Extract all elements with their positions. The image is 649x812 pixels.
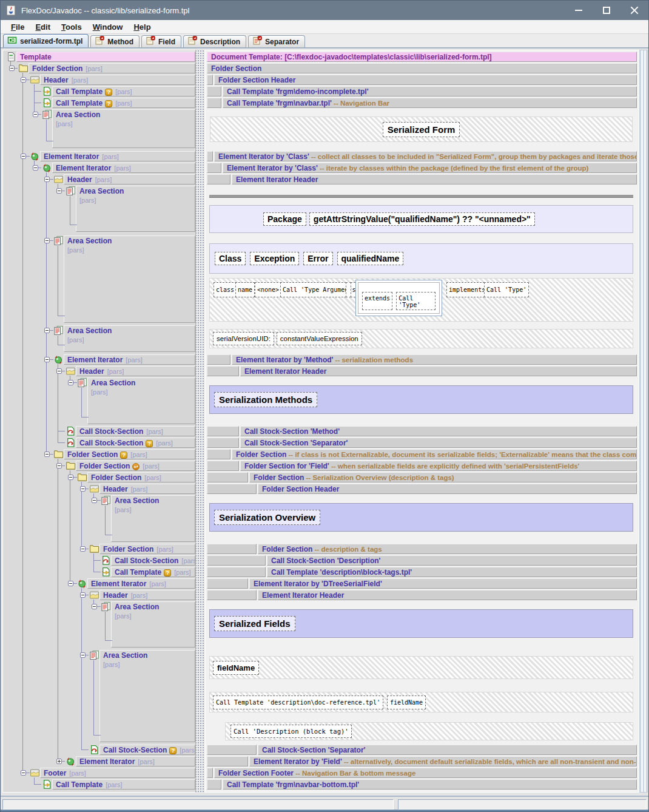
tree-node-folder-section[interactable]: Folder Section[pars] bbox=[87, 472, 195, 482]
extends-token-box-1[interactable]: Call 'Type' bbox=[396, 292, 435, 310]
collapse-toggle[interactable] bbox=[68, 581, 73, 586]
banner-title-box-1[interactable]: Serialization Overview bbox=[214, 510, 320, 525]
row-call-stock-section-description-[interactable]: Call Stock-Section 'Description' bbox=[267, 555, 637, 566]
tree-node-header[interactable]: Header[pars] bbox=[76, 366, 195, 376]
row-call-template-frgm-navbar-tpl-[interactable]: Call Template 'frgm\navbar.tpl' -- Navig… bbox=[223, 98, 637, 108]
tree-node-call-template[interactable]: Call Template?[pars] bbox=[111, 567, 195, 577]
row-folder-section-header[interactable]: Folder Section Header bbox=[214, 75, 637, 85]
class-token-box-2[interactable]: Error bbox=[303, 252, 332, 265]
tree-node-area-section[interactable]: Area Section[pars] bbox=[99, 650, 195, 742]
tree-node-folder-section[interactable]: Folder Section↩[pars] bbox=[76, 461, 195, 471]
tree-node-area-section[interactable]: Area Section[pars] bbox=[111, 495, 195, 542]
row-folder-section[interactable]: Folder Section -- description & tags bbox=[258, 544, 637, 554]
tab-serialized-form-tpl[interactable]: serialized-form.tpl bbox=[3, 34, 89, 47]
extends-token-box-0[interactable]: extends bbox=[362, 292, 392, 310]
collapse-toggle[interactable] bbox=[92, 604, 97, 609]
minimize-button[interactable] bbox=[565, 1, 593, 20]
collapse-toggle[interactable] bbox=[44, 238, 50, 243]
row-folder-section-header[interactable]: Folder Section Header bbox=[258, 484, 637, 494]
tree-node-call-stock-section[interactable]: Call Stock-Section?[pars] bbox=[99, 745, 195, 755]
tab-method[interactable]: Method bbox=[90, 35, 140, 47]
call-template-doc-reference-box[interactable]: Call Template 'description\doc-reference… bbox=[213, 695, 383, 709]
tree-node-area-section[interactable]: Area Section[pars] bbox=[52, 109, 195, 148]
menu-item-edit[interactable]: Edit bbox=[30, 21, 56, 33]
row-element-iterator-by-field-[interactable]: Element Iterator by 'Field' -- alternati… bbox=[249, 756, 637, 766]
collapse-toggle[interactable] bbox=[92, 498, 97, 503]
code-token-box-0[interactable]: class bbox=[214, 282, 237, 297]
row-call-stock-section-method-[interactable]: Call Stock-Section 'Method' bbox=[240, 426, 637, 436]
document-template-title-row[interactable]: Document Template: [C:\flexdoc-javadoc\t… bbox=[207, 52, 637, 62]
row-call-template-description-block-tags-tpl-[interactable]: Call Template 'description\block-tags.tp… bbox=[267, 567, 637, 577]
code-token-box-1[interactable]: name bbox=[235, 282, 255, 297]
menu-item-help[interactable]: Help bbox=[128, 21, 156, 33]
row-call-template-frgm-navbar-bottom-tpl-[interactable]: Call Template 'frgm\navbar-bottom.tpl' bbox=[223, 779, 637, 790]
collapse-toggle[interactable] bbox=[56, 188, 62, 194]
tree-node-folder-section[interactable]: Folder Section[pars] bbox=[29, 63, 195, 73]
collapse-toggle[interactable] bbox=[80, 486, 86, 492]
tree-node-area-section[interactable]: Area Section[pars] bbox=[64, 325, 195, 352]
tab-separator[interactable]: Separator bbox=[248, 35, 305, 47]
tree-node-element-iterator[interactable]: Element Iterator[pars] bbox=[40, 151, 195, 161]
class-token-box-1[interactable]: Exception bbox=[250, 252, 299, 265]
row-folder-section[interactable]: Folder Section -- Serialization Overview… bbox=[249, 472, 637, 482]
collapse-toggle[interactable] bbox=[21, 770, 26, 776]
tree-node-area-section[interactable]: Area Section[pars] bbox=[76, 186, 195, 232]
field-name-box[interactable]: fieldName bbox=[213, 661, 259, 675]
maximize-button[interactable] bbox=[593, 1, 620, 20]
tree-node-header[interactable]: Header[pars] bbox=[40, 75, 195, 85]
tree-node-area-section[interactable]: Area Section[pars] bbox=[64, 235, 195, 323]
implements-type-box[interactable]: Call 'Type' bbox=[484, 282, 529, 297]
tree-node-call-template[interactable]: Call Template?[pars] bbox=[52, 86, 195, 96]
collapse-toggle[interactable] bbox=[56, 463, 62, 469]
collapse-toggle[interactable] bbox=[44, 328, 50, 333]
collapse-toggle[interactable] bbox=[80, 652, 86, 658]
empty-token-box[interactable] bbox=[346, 282, 351, 297]
tree-node-footer[interactable]: Footer[pars] bbox=[40, 768, 195, 778]
collapse-toggle[interactable] bbox=[33, 165, 38, 171]
tree-node-element-iterator[interactable]: Element Iterator[pars] bbox=[52, 163, 195, 173]
tree-node-folder-section[interactable]: Folder Section[pars] bbox=[99, 544, 195, 554]
row-call-stock-section-separator-[interactable]: Call Stock-Section 'Separator' bbox=[258, 745, 637, 755]
implements-label-box[interactable]: implements bbox=[446, 282, 488, 297]
collapse-toggle[interactable] bbox=[68, 475, 73, 480]
menu-item-tools[interactable]: Tools bbox=[56, 21, 87, 33]
vertical-scrollbar[interactable] bbox=[639, 50, 648, 793]
row-element-iterator-by-class-[interactable]: Element Iterator by 'Class' -- iterate b… bbox=[223, 163, 637, 173]
row-call-template-frgm-demo-incomplete-tpl-[interactable]: Call Template 'frgm\demo-incomplete.tpl' bbox=[223, 86, 637, 96]
collapse-toggle[interactable] bbox=[56, 368, 62, 374]
field-name-token-box[interactable]: fieldName bbox=[387, 695, 426, 709]
call-description-box[interactable]: Call 'Description (block tag)' bbox=[230, 725, 352, 738]
tab-description[interactable]: Description bbox=[183, 35, 246, 47]
collapse-toggle[interactable] bbox=[33, 112, 38, 117]
tree-node-folder-section[interactable]: Folder Section?[pars] bbox=[64, 449, 195, 459]
collapse-toggle[interactable] bbox=[80, 546, 86, 552]
collapse-toggle[interactable] bbox=[21, 77, 26, 83]
collapse-toggle[interactable] bbox=[44, 357, 50, 362]
serial-version-uid-box[interactable]: serialVersionUID: bbox=[213, 332, 274, 345]
tree-node-call-template[interactable]: Call Template[pars] bbox=[52, 779, 195, 790]
menu-item-window[interactable]: Window bbox=[87, 21, 129, 33]
tree-node-header[interactable]: Header[pars] bbox=[99, 484, 195, 494]
tree-node-call-stock-section[interactable]: Call Stock-Section[pars] bbox=[76, 426, 195, 436]
row-element-iterator-by-dtreeserialfield-[interactable]: Element Iterator by 'DTreeSerialField' bbox=[249, 578, 637, 589]
tree-node-area-section[interactable]: Area Section[pars] bbox=[87, 377, 195, 424]
tree-node-area-section[interactable]: Area Section[pars] bbox=[111, 601, 195, 648]
close-button[interactable] bbox=[620, 1, 648, 20]
tree-node-template[interactable]: Template bbox=[16, 52, 195, 62]
tab-field[interactable]: Field bbox=[141, 35, 181, 47]
row-element-iterator-header[interactable]: Element Iterator Header bbox=[258, 590, 637, 600]
collapse-toggle[interactable] bbox=[9, 66, 15, 71]
tree-node-call-stock-section[interactable]: Call Stock-Section?[pars] bbox=[76, 438, 195, 448]
row-element-iterator-by-class-[interactable]: Element Iterator by 'Class' -- collect a… bbox=[214, 151, 637, 161]
tree-node-element-iterator[interactable]: Element Iterator[pars] bbox=[64, 354, 195, 365]
collapse-toggle[interactable] bbox=[44, 177, 50, 182]
row-folder-section-footer[interactable]: Folder Section Footer -- Navigation Bar … bbox=[214, 768, 637, 778]
collapse-toggle[interactable] bbox=[44, 452, 50, 457]
row-element-iterator-header[interactable]: Element Iterator Header bbox=[240, 366, 637, 376]
package-label-box[interactable]: Package bbox=[263, 212, 306, 226]
menu-item-file[interactable]: File bbox=[5, 21, 30, 33]
tree-node-element-iterator[interactable]: Element Iterator[pars] bbox=[76, 756, 195, 766]
serialized-form-title-box[interactable]: Serialized Form bbox=[383, 122, 460, 137]
row-call-stock-section-separator-[interactable]: Call Stock-Section 'Separator' bbox=[240, 438, 637, 448]
collapse-toggle[interactable] bbox=[80, 592, 86, 598]
